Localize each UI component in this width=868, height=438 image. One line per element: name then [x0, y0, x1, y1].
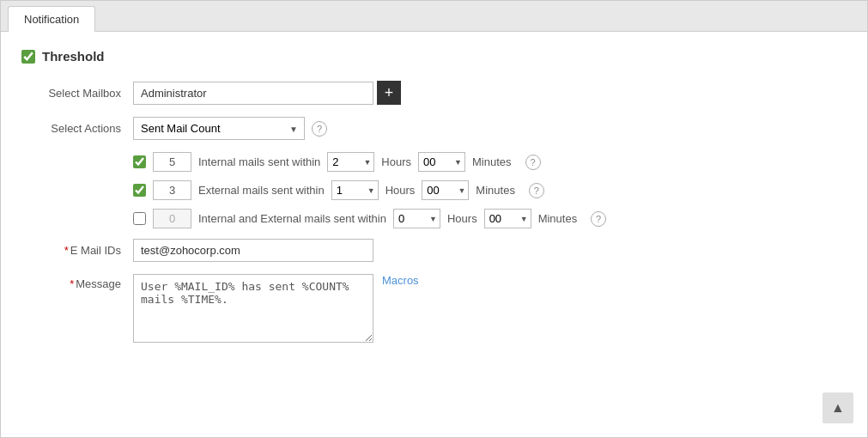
rule-internal-checkbox[interactable]	[133, 155, 146, 168]
message-required-star: *	[70, 277, 74, 290]
email-row: *E Mail IDs	[30, 239, 847, 262]
rule-row-both: Internal and External mails sent within …	[133, 209, 847, 228]
rule-external-minutes-wrapper: 00 15 30 45	[422, 180, 469, 200]
rule-internal-minutes-wrapper: 00 15 30 45	[418, 152, 465, 172]
rule-row-internal: Internal mails sent within 1 2 3 4 5 6 1…	[133, 152, 847, 172]
threshold-label: Threshold	[42, 49, 105, 64]
actions-help-icon: ?	[312, 121, 327, 137]
rule-both-hours-label: Hours	[447, 212, 477, 225]
email-label: *E Mail IDs	[30, 244, 133, 257]
actions-select[interactable]: Sent Mail Count Received Mail Count Boun…	[133, 117, 305, 140]
form-section: Select Mailbox + Select Actions Sent Mai…	[21, 81, 847, 343]
rule-internal-minutes-label: Minutes	[472, 155, 512, 168]
message-textarea[interactable]: User %MAIL_ID% has sent %COUNT% mails %T…	[133, 274, 373, 343]
rule-both-checkbox[interactable]	[133, 212, 146, 225]
email-input[interactable]	[133, 239, 373, 262]
rule-external-time-select[interactable]: 1 2 3 4 5 6 12 24	[331, 180, 379, 200]
rule-internal-time-wrapper: 1 2 3 4 5 6 12 24	[327, 152, 374, 172]
rule-external-hours-label: Hours	[385, 184, 416, 197]
threshold-checkbox[interactable]	[21, 50, 35, 64]
rules-section: Internal mails sent within 1 2 3 4 5 6 1…	[30, 152, 847, 228]
rule-external-minutes-select[interactable]: 00 15 30 45	[422, 180, 469, 200]
tab-bar: Notification	[1, 1, 867, 32]
rule-internal-count[interactable]	[153, 152, 191, 172]
rule-both-time-select[interactable]: 0 1 2 3 4 5 6 12 24	[393, 209, 440, 228]
rule-external-count[interactable]	[153, 180, 191, 200]
chevron-up-icon: ▲	[831, 400, 845, 416]
rule-external-checkbox[interactable]	[133, 184, 146, 197]
rule-external-minutes-label: Minutes	[476, 184, 515, 197]
rule-both-count[interactable]	[153, 209, 191, 228]
rule-internal-minutes-select[interactable]: 00 15 30 45	[418, 152, 465, 172]
macros-link[interactable]: Macros	[382, 274, 419, 287]
rule-internal-hours-label: Hours	[381, 155, 411, 168]
mailbox-input[interactable]	[133, 82, 373, 105]
actions-label: Select Actions	[30, 122, 133, 135]
rule-row-external: External mails sent within 1 2 3 4 5 6 1…	[133, 180, 847, 200]
tab-notification-label: Notification	[24, 13, 79, 26]
rule-both-minutes-label: Minutes	[538, 212, 578, 225]
actions-row: Select Actions Sent Mail Count Received …	[30, 117, 847, 140]
email-required-star: *	[64, 244, 69, 257]
message-row: *Message User %MAIL_ID% has sent %COUNT%…	[30, 274, 847, 343]
rule-internal-time-select[interactable]: 1 2 3 4 5 6 12 24	[327, 152, 374, 172]
actions-select-wrapper: Sent Mail Count Received Mail Count Boun…	[133, 117, 305, 140]
rule-both-minutes-wrapper: 00 15 30 45	[484, 209, 531, 228]
add-mailbox-button[interactable]: +	[377, 81, 401, 105]
rule-internal-help-icon: ?	[525, 155, 541, 170]
rule-both-text: Internal and External mails sent within	[198, 212, 386, 225]
mailbox-row: Select Mailbox +	[30, 81, 847, 105]
scroll-top-button[interactable]: ▲	[822, 392, 853, 423]
rule-both-minutes-select[interactable]: 00 15 30 45	[484, 209, 531, 228]
main-content: Threshold Select Mailbox + Select Action…	[1, 32, 867, 372]
rule-external-text: External mails sent within	[198, 184, 325, 197]
rule-internal-text: Internal mails sent within	[198, 155, 320, 168]
mailbox-label: Select Mailbox	[30, 87, 133, 100]
threshold-row: Threshold	[21, 49, 847, 64]
rule-external-time-wrapper: 1 2 3 4 5 6 12 24	[331, 180, 379, 200]
rule-both-time-wrapper: 0 1 2 3 4 5 6 12 24	[393, 209, 440, 228]
tab-notification[interactable]: Notification	[8, 6, 95, 32]
rule-both-help-icon: ?	[591, 211, 606, 227]
rule-external-help-icon: ?	[529, 183, 544, 198]
message-label: *Message	[30, 274, 133, 290]
